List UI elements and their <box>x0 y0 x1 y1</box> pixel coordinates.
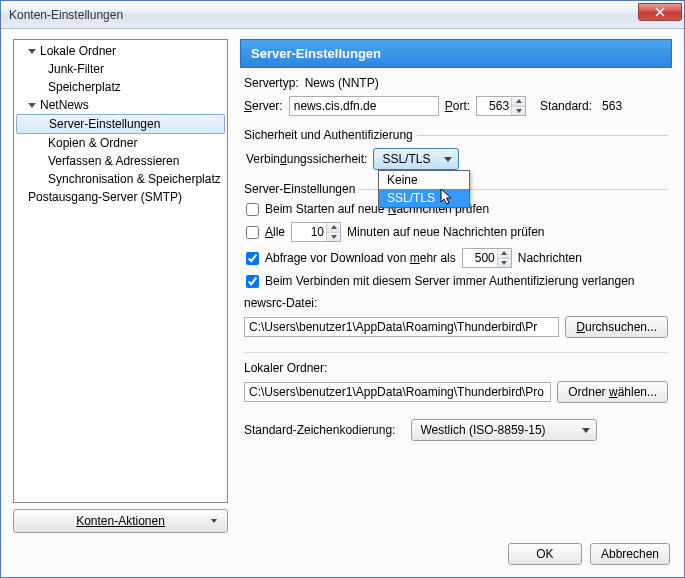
tree-item-label: Server-Einstellungen <box>49 117 160 131</box>
tree-item[interactable]: NetNews <box>14 96 227 114</box>
encoding-value: Westlich (ISO-8859-15) <box>420 423 545 437</box>
standard-value: 563 <box>602 99 622 113</box>
server-label: Server: <box>244 99 283 113</box>
server-input[interactable] <box>289 96 439 116</box>
account-actions-label: Konten-Aktionen <box>76 514 165 528</box>
chevron-down-icon <box>444 157 452 162</box>
divider <box>417 135 668 136</box>
connection-security-select[interactable]: SSL/TLS <box>373 148 459 170</box>
dropdown-option[interactable]: Keine <box>379 171 469 189</box>
close-button[interactable] <box>638 3 682 21</box>
twisty-icon[interactable] <box>28 103 36 108</box>
panel-title: Server-Einstellungen <box>240 39 672 68</box>
cancel-button[interactable]: Abbrechen <box>590 543 670 565</box>
settings-panel: Server-Einstellungen Servertyp: News (NN… <box>240 39 672 533</box>
check-interval-label: Alle <box>265 225 285 239</box>
tree-item[interactable]: Synchronisation & Speicherplatz <box>14 170 227 188</box>
connection-security-label: Verbindungssicherheit: <box>246 152 367 166</box>
port-input[interactable] <box>477 97 511 115</box>
download-threshold-suffix: Nachrichten <box>518 251 582 265</box>
check-on-start-checkbox[interactable] <box>246 203 259 216</box>
spin-up-icon[interactable] <box>512 97 525 107</box>
dropdown-option[interactable]: SSL/TLS <box>379 189 469 207</box>
server-settings-group-label: Server-Einstellungen <box>244 182 355 196</box>
servertype-value: News (NNTP) <box>305 76 379 90</box>
ask-before-download-checkbox[interactable] <box>246 252 259 265</box>
spin-down-icon[interactable] <box>512 107 525 116</box>
connection-security-dropdown[interactable]: KeineSSL/TLS <box>378 170 470 208</box>
port-label: Port: <box>445 99 470 113</box>
tree-item-label: Verfassen & Adressieren <box>48 154 179 168</box>
sidebar: Lokale OrdnerJunk-FilterSpeicherplatzNet… <box>13 39 228 533</box>
titlebar: Konten-Einstellungen <box>1 1 684 29</box>
tree-item-label: Lokale Ordner <box>40 44 116 58</box>
browse-newsrc-button[interactable]: Durchsuchen... <box>565 316 668 338</box>
download-threshold-spinner[interactable] <box>462 248 512 268</box>
account-settings-window: Konten-Einstellungen Lokale OrdnerJunk-F… <box>0 0 685 578</box>
tree-item-label: Postausgang-Server (SMTP) <box>28 190 182 204</box>
twisty-icon[interactable] <box>28 49 36 54</box>
choose-folder-button[interactable]: Ordner wählen... <box>557 381 668 403</box>
encoding-select[interactable]: Westlich (ISO-8859-15) <box>411 419 597 441</box>
tree-item[interactable]: Verfassen & Adressieren <box>14 152 227 170</box>
tree-item-label: NetNews <box>40 98 89 112</box>
check-interval-checkbox[interactable] <box>246 226 259 239</box>
chevron-down-icon <box>211 519 217 523</box>
newsrc-path-input[interactable] <box>244 317 559 337</box>
security-group-label: Sicherheit und Authentifizierung <box>244 128 413 142</box>
tree-item-label: Synchronisation & Speicherplatz <box>48 172 221 186</box>
download-threshold-input[interactable] <box>463 249 497 267</box>
encoding-label: Standard-Zeichenkodierung: <box>244 423 395 437</box>
port-spin-buttons[interactable] <box>511 97 525 115</box>
dialog-buttons: OK Abbrechen <box>1 537 684 577</box>
tree-item[interactable]: Kopien & Ordner <box>14 134 227 152</box>
chevron-down-icon <box>582 428 590 433</box>
tree-item-label: Kopien & Ordner <box>48 136 137 150</box>
always-auth-checkbox[interactable] <box>246 275 259 288</box>
interval-suffix: Minuten auf neue Nachrichten prüfen <box>347 225 544 239</box>
interval-spinner[interactable] <box>291 222 341 242</box>
tree-item[interactable]: Speicherplatz <box>14 78 227 96</box>
connection-security-value: SSL/TLS <box>382 152 430 166</box>
account-actions-button[interactable]: Konten-Aktionen <box>13 509 228 533</box>
tree-item[interactable]: Junk-Filter <box>14 60 227 78</box>
ask-before-download-label: Abfrage vor Download von mehr als <box>265 251 456 265</box>
newsrc-label: newsrc-Datei: <box>244 296 668 310</box>
always-auth-label: Beim Verbinden mit diesem Server immer A… <box>265 274 635 288</box>
tree-item[interactable]: Lokale Ordner <box>14 42 227 60</box>
standard-label: Standard: <box>540 99 592 113</box>
interval-input[interactable] <box>292 223 326 241</box>
close-icon <box>655 7 665 17</box>
window-title: Konten-Einstellungen <box>9 8 638 22</box>
tree-item-label: Speicherplatz <box>48 80 121 94</box>
divider <box>244 352 668 353</box>
port-spinner[interactable] <box>476 96 526 116</box>
ok-button[interactable]: OK <box>508 543 582 565</box>
local-folder-label: Lokaler Ordner: <box>244 361 668 375</box>
account-tree[interactable]: Lokale OrdnerJunk-FilterSpeicherplatzNet… <box>13 39 228 503</box>
servertype-label: Servertyp: <box>244 76 299 90</box>
tree-item[interactable]: Server-Einstellungen <box>16 114 225 134</box>
tree-item-label: Junk-Filter <box>48 62 104 76</box>
tree-item[interactable]: Postausgang-Server (SMTP) <box>14 188 227 206</box>
local-folder-input[interactable] <box>244 382 551 402</box>
